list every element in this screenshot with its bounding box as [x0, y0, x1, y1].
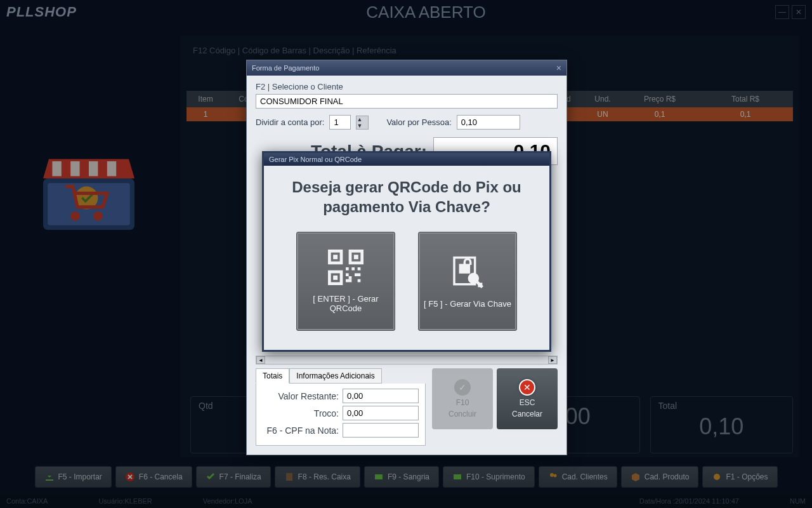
svg-rect-19 [354, 255, 358, 260]
chave-option-label: [ F5 ] - Gerar Via Chave [424, 299, 511, 309]
pix-dialog: Gerar Pix Normal ou QRCode Deseja gerar … [262, 151, 551, 352]
restante-input[interactable] [343, 389, 419, 403]
qrcode-option-label: [ ENTER ] - Gerar QRCode [297, 294, 395, 313]
svg-rect-29 [358, 279, 361, 283]
cliente-label: F2 | Selecione o Cliente [256, 82, 558, 91]
pix-question: Deseja gerar QRCode do Pix ou pagamento … [279, 177, 534, 217]
svg-rect-21 [333, 276, 337, 280]
tab-info[interactable]: Informações Adicionais [289, 368, 381, 384]
pix-dialog-title[interactable]: Gerar Pix Normal ou QRCode [264, 153, 549, 166]
key-document-icon [450, 255, 485, 290]
svg-rect-23 [351, 267, 355, 271]
cliente-input[interactable] [256, 94, 558, 109]
svg-rect-22 [346, 267, 349, 271]
svg-rect-28 [346, 279, 351, 283]
payment-dialog-title[interactable]: Forma de Pagamento × [247, 60, 566, 76]
cpf-input[interactable] [343, 423, 419, 438]
dividir-input[interactable] [329, 115, 351, 130]
confirm-button[interactable]: ✓ F10 Concluir [432, 368, 493, 429]
cancel-dialog-button[interactable]: ✕ ESC Cancelar [497, 368, 558, 429]
tab-totais[interactable]: Totais [256, 368, 289, 384]
gerar-qrcode-button[interactable]: [ ENTER ] - Gerar QRCode [296, 232, 395, 331]
valor-pessoa-input[interactable] [457, 115, 520, 130]
dividir-label: Dividir a conta por: [256, 117, 324, 127]
troco-input[interactable] [343, 406, 419, 420]
close-icon[interactable]: × [556, 63, 561, 73]
cpf-label: F6 - CPF na Nota: [263, 425, 339, 436]
gerar-via-chave-button[interactable]: [ F5 ] - Gerar Via Chave [418, 232, 517, 331]
x-circle-icon: ✕ [519, 379, 535, 396]
restante-label: Valor Restante: [263, 391, 339, 401]
horizontal-scrollbar[interactable]: ◄► [256, 356, 558, 364]
svg-rect-26 [349, 276, 352, 279]
svg-rect-24 [358, 267, 361, 271]
svg-rect-31 [460, 265, 469, 272]
qrcode-icon [328, 250, 363, 285]
check-circle-icon: ✓ [454, 379, 471, 396]
svg-rect-25 [346, 274, 349, 277]
troco-label: Troco: [263, 408, 339, 418]
valor-pessoa-label: Valor por Pessoa: [386, 117, 451, 127]
svg-rect-17 [333, 255, 337, 260]
spinner-buttons[interactable]: ▲▼ [356, 116, 369, 130]
svg-rect-27 [355, 274, 360, 277]
